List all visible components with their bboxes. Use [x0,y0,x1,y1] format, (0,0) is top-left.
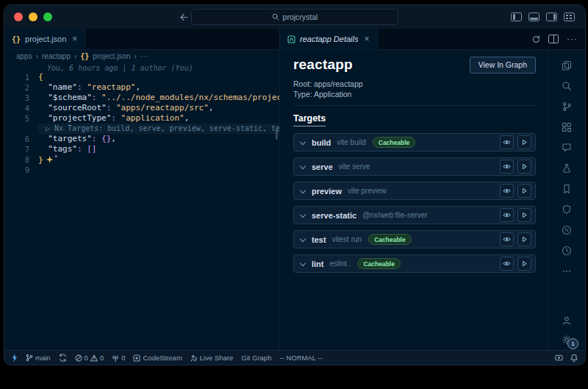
target-row-test[interactable]: test vitest run Cacheable [293,230,536,249]
split-editor-icon[interactable] [548,35,559,43]
cacheable-badge: Cacheable [368,234,412,245]
nx-console-icon[interactable]: N [560,224,573,237]
flask-icon[interactable] [560,162,573,175]
chevron-down-icon[interactable] [300,235,306,241]
command-center-search[interactable]: projcrystal [191,9,398,25]
toggle-primary-sidebar-icon[interactable] [511,13,522,21]
breadcrumb[interactable]: apps › reactapp › {} project.json › ··· [4,50,279,62]
target-row-build[interactable]: build vite build Cacheable [293,133,536,151]
run-target-button[interactable] [517,184,531,198]
breadcrumb-item[interactable]: project.json [93,52,130,60]
broadcast-indicator[interactable]: 0 [112,354,125,362]
source-control-icon[interactable] [560,100,573,113]
bell-icon[interactable] [570,354,578,362]
overview-ruler-mark [276,129,278,140]
more-actions-icon[interactable]: ··· [567,35,578,43]
code-line: 6 "targets": {}, [4,134,279,144]
target-name: lint [312,260,324,268]
close-tab-icon[interactable]: × [365,34,370,44]
account-icon[interactable] [560,314,573,327]
play-icon [521,139,528,146]
tab-reactapp-details[interactable]: reactapp Details × [280,29,378,49]
reveal-target-button[interactable] [500,208,514,222]
branch-name: main [35,354,51,362]
close-button[interactable] [14,13,23,21]
run-target-button[interactable] [517,135,531,149]
broadcast-count: 0 [121,354,125,362]
chevron-down-icon[interactable] [300,138,306,144]
bookmark-icon[interactable] [560,182,573,196]
codestream-label: CodeStream [143,354,182,362]
extensions-icon[interactable] [560,121,573,134]
liveshare-item[interactable]: Live Share [190,354,233,362]
target-row-serve[interactable]: serve vite serve [293,157,536,176]
target-row-lint[interactable]: lint eslint . Cacheable [293,254,536,273]
notification-badge[interactable]: 1 [567,338,578,349]
remote-indicator[interactable] [12,354,18,362]
line-number: 8 [4,154,38,165]
run-target-button[interactable] [517,232,531,246]
play-icon [521,236,528,243]
search-icon[interactable] [560,79,573,93]
back-icon[interactable] [179,13,188,21]
reveal-target-button[interactable] [500,232,514,246]
tab-label: reactapp Details [300,35,359,43]
cacheable-badge: Cacheable [373,137,416,148]
code-line: 3 "$schema": "../../node_modules/nx/sche… [4,93,279,103]
lightning-icon [12,354,18,362]
tab-project-json[interactable]: {} project.json × [4,29,85,49]
chevron-down-icon[interactable] [300,211,306,217]
refresh-icon[interactable] [532,35,540,43]
minimize-button[interactable] [29,13,37,21]
root-label: Root: [293,79,312,88]
toggle-secondary-sidebar-icon[interactable] [546,13,557,21]
reveal-target-button[interactable] [500,135,514,149]
view-in-graph-button[interactable]: View In Graph [470,57,536,74]
target-command: vite build [337,138,365,146]
line-number: 3 [4,93,38,103]
code-editor[interactable]: You, 6 hours ago | 1 author (You) 1{2 "n… [4,62,279,351]
reveal-target-button[interactable] [500,257,514,271]
liveshare-label: Live Share [200,354,233,362]
customize-layout-icon[interactable] [564,13,575,21]
target-row-serve-static[interactable]: serve-static @nx/web:file-server [293,206,536,224]
line-number: 2 [4,82,38,93]
chevron-down-icon[interactable] [300,260,306,265]
screencast-icon[interactable] [555,354,563,362]
run-target-button[interactable] [517,160,531,174]
zoom-button[interactable] [43,13,52,21]
reveal-target-button[interactable] [500,160,514,174]
tab-bar: {} project.json × reactapp Details × [4,29,585,50]
history-clock-icon[interactable] [560,244,573,257]
svg-text:N: N [564,227,568,232]
reveal-target-button[interactable] [500,184,514,198]
run-target-button[interactable] [517,208,531,222]
more-views-icon[interactable] [560,265,573,278]
branch-indicator[interactable]: main [26,354,51,362]
run-target-button[interactable] [517,257,531,271]
target-row-preview[interactable]: preview vite preview [293,182,536,200]
breadcrumb-more[interactable]: ··· [140,52,148,60]
sync-indicator[interactable] [59,354,67,362]
codestream-item[interactable]: CodeStream [133,354,182,362]
vim-mode-indicator[interactable]: -- NORMAL -- [279,354,322,362]
code-line: 8} [4,154,279,165]
close-tab-icon[interactable]: × [72,34,77,44]
error-count: 0 [85,354,88,362]
codestream-icon [133,354,140,362]
breadcrumb-item[interactable]: reactapp [42,52,71,60]
chevron-down-icon[interactable] [300,187,306,193]
shield-icon[interactable] [560,203,573,216]
play-icon [521,163,528,170]
chat-icon[interactable] [560,141,573,154]
toggle-panel-icon[interactable] [528,13,539,21]
copy-pages-icon[interactable] [560,59,573,72]
target-command: vitest run [332,235,362,243]
breadcrumb-item[interactable]: apps [16,52,32,60]
chevron-down-icon[interactable] [300,163,306,168]
codelens-line[interactable]: ▷ Nx Targets: build, serve, preview, ser… [4,124,279,134]
gitgraph-item[interactable]: Git Graph [241,354,271,362]
screenshot-canvas: projcrystal {} project.json × [0,0,588,389]
target-name: test [312,235,326,244]
problems-indicator[interactable]: 0 0 [75,354,104,362]
